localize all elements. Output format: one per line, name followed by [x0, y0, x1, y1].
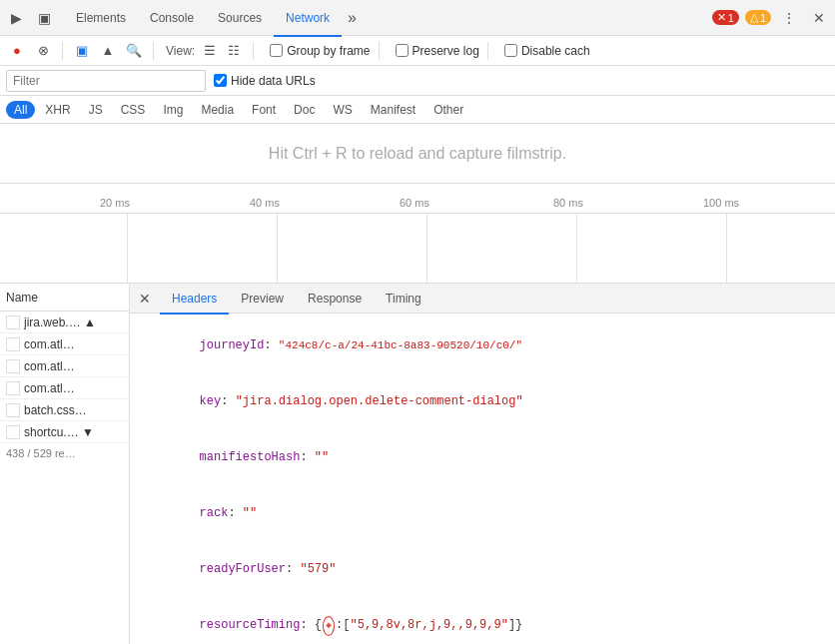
detail-content: journeyId: "424c8/c-a/24-41bc-8a83-90520…: [130, 314, 835, 644]
file-list-item-3[interactable]: com.atl…: [0, 377, 129, 399]
error-badge[interactable]: ✕ 1: [712, 10, 739, 25]
timeline-grid: [0, 214, 835, 284]
tab-sources[interactable]: Sources: [206, 1, 274, 37]
network-toolbar: ● ⊗ ▣ ▲ 🔍 View: ☰ ☷ Group by frame Prese…: [0, 36, 835, 66]
type-filter-css[interactable]: CSS: [113, 101, 154, 119]
type-filter-manifest[interactable]: Manifest: [363, 101, 423, 119]
timeline-ruler: 20 ms 40 ms 60 ms 80 ms 100 ms: [0, 184, 835, 214]
preserve-log-label[interactable]: Preserve log: [396, 44, 479, 58]
hide-data-urls-label[interactable]: Hide data URLs: [214, 74, 316, 88]
filter-bar: Hide data URLs: [0, 66, 835, 96]
close-devtools-button[interactable]: ✕: [807, 6, 831, 30]
type-filter-js[interactable]: JS: [81, 101, 111, 119]
toolbar-divider-2: [153, 42, 154, 60]
json-line-rack: rack: "": [130, 485, 835, 541]
disable-cache-checkbox[interactable]: [504, 44, 517, 57]
ruler-mark-100ms: 100 ms: [703, 197, 739, 209]
tab-more[interactable]: »: [342, 0, 363, 36]
view-label: View:: [166, 44, 195, 58]
file-list-header: Name: [0, 284, 129, 312]
file-name-1: com.atl…: [24, 337, 75, 351]
hide-data-urls-text: Hide data URLs: [231, 74, 316, 88]
type-filter-font[interactable]: Font: [244, 101, 284, 119]
large-rows-button[interactable]: ☷: [223, 40, 245, 62]
warn-badge[interactable]: △ 1: [745, 10, 771, 25]
group-by-frame-checkbox[interactable]: [270, 44, 283, 57]
detail-tabs: ✕ Headers Preview Response Timing: [130, 284, 835, 314]
detail-tab-response[interactable]: Response: [296, 285, 374, 315]
search-button[interactable]: 🔍: [123, 40, 145, 62]
disable-cache-label[interactable]: Disable cach: [504, 44, 590, 58]
filmstrip-area: Hit Ctrl + R to reload and capture films…: [0, 124, 835, 184]
file-icon-3: [6, 381, 20, 395]
screenshot-button[interactable]: ▣: [71, 40, 93, 62]
json-line-key: key: "jira.dialog.open.delete-comment-di…: [130, 373, 835, 429]
ruler-mark-20ms: 20 ms: [100, 197, 130, 209]
hide-data-urls-checkbox[interactable]: [214, 74, 227, 87]
file-name-4: batch.css…: [24, 403, 87, 417]
file-list-item-2[interactable]: com.atl…: [0, 355, 129, 377]
json-line-resourcetiming: resourceTiming: {◈:["5,9,8v,8r,j,9,,9,9,…: [130, 597, 835, 644]
filmstrip-message: Hit Ctrl + R to reload and capture films…: [269, 145, 566, 163]
type-filter-ws[interactable]: WS: [325, 101, 360, 119]
tab-console[interactable]: Console: [138, 1, 206, 37]
warn-count: 1: [760, 12, 766, 24]
tab-network[interactable]: Network: [274, 1, 342, 37]
filter-toggle-button[interactable]: ▲: [97, 40, 119, 62]
json-line-readyforuser: readyForUser: "579": [130, 541, 835, 597]
file-icon-0: [6, 316, 20, 329]
detail-panel: ✕ Headers Preview Response Timing journe…: [130, 284, 835, 644]
detail-tab-preview[interactable]: Preview: [229, 285, 296, 315]
tab-bar: ▶ ▣ Elements Console Sources Network » ✕…: [0, 0, 835, 36]
cursor-icon[interactable]: ▶: [4, 6, 28, 30]
panel-container: Name jira.web.… ▲ com.atl… com.atl… com.…: [0, 284, 835, 644]
file-list-panel: Name jira.web.… ▲ com.atl… com.atl… com.…: [0, 284, 130, 644]
list-view-button[interactable]: ☰: [199, 40, 221, 62]
clear-button[interactable]: ⊗: [32, 40, 54, 62]
file-list-header-label: Name: [6, 291, 38, 305]
type-filter-all[interactable]: All: [6, 101, 35, 119]
view-icons: ☰ ☷: [199, 40, 245, 62]
grid-line-4: [576, 214, 577, 283]
detail-close-button[interactable]: ✕: [134, 288, 156, 310]
inspect-icon[interactable]: ▣: [32, 6, 56, 30]
error-icon: ✕: [717, 11, 726, 24]
detail-tab-headers[interactable]: Headers: [160, 285, 229, 315]
annotation-icon: ◈: [323, 616, 335, 636]
file-name-2: com.atl…: [24, 359, 75, 373]
file-list-item-0[interactable]: jira.web.… ▲: [0, 312, 129, 333]
file-list-item-5[interactable]: shortcu.… ▼: [0, 421, 129, 443]
type-filter-doc[interactable]: Doc: [286, 101, 323, 119]
file-list-item-4[interactable]: batch.css…: [0, 399, 129, 421]
file-count: 438 / 529 re…: [0, 445, 129, 461]
file-icon-2: [6, 359, 20, 373]
file-name-0: jira.web.… ▲: [24, 316, 96, 329]
group-by-frame-text: Group by frame: [287, 44, 370, 58]
ruler-mark-60ms: 60 ms: [400, 197, 429, 209]
grid-line-3: [426, 214, 427, 283]
tab-bar-icons: ▶ ▣: [4, 6, 56, 30]
preserve-log-checkbox[interactable]: [396, 44, 409, 57]
toolbar-divider-5: [487, 42, 488, 60]
group-by-frame-label[interactable]: Group by frame: [270, 44, 370, 58]
grid-line-1: [127, 214, 128, 283]
type-filter-bar: All XHR JS CSS Img Media Font Doc WS Man…: [0, 96, 835, 124]
grid-line-2: [277, 214, 278, 283]
overflow-menu-button[interactable]: ⋮: [777, 6, 801, 30]
type-filter-media[interactable]: Media: [193, 101, 242, 119]
file-icon-4: [6, 403, 20, 417]
record-button[interactable]: ●: [6, 40, 28, 62]
tab-bar-right: ✕ 1 △ 1 ⋮ ✕: [712, 6, 831, 30]
detail-tab-timing[interactable]: Timing: [374, 285, 433, 315]
preserve-log-text: Preserve log: [413, 44, 479, 58]
type-filter-xhr[interactable]: XHR: [37, 101, 78, 119]
disable-cache-text: Disable cach: [521, 44, 590, 58]
type-filter-img[interactable]: Img: [155, 101, 191, 119]
type-filter-other[interactable]: Other: [425, 101, 471, 119]
json-line-manifestohash: manifiestoHash: "": [130, 429, 835, 485]
filter-input[interactable]: [6, 70, 206, 92]
file-list-item-1[interactable]: com.atl…: [0, 333, 129, 355]
toolbar-divider-1: [62, 42, 63, 60]
tab-elements[interactable]: Elements: [64, 1, 138, 37]
ruler-mark-40ms: 40 ms: [250, 197, 280, 209]
